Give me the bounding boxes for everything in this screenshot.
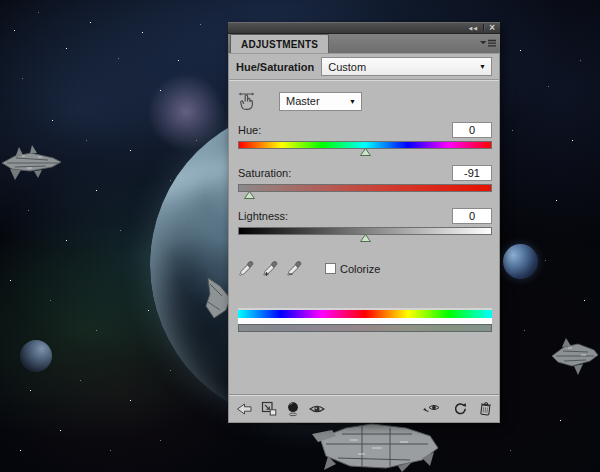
spectrum-before-bar <box>238 310 492 318</box>
chevron-down-icon: ▼ <box>479 63 486 70</box>
channel-dropdown[interactable]: Master ▼ <box>279 92 362 111</box>
photoshop-workspace: ◀◀ × ADJUSTMENTS Hue/Saturation Custom ▼ <box>0 0 600 472</box>
tab-adjustments[interactable]: ADJUSTMENTS <box>230 34 329 53</box>
panel-body: Hue/Saturation Custom ▼ Master ▼ <box>228 54 500 423</box>
spectrum-display <box>238 308 492 332</box>
expanded-view-icon[interactable] <box>261 401 277 416</box>
delete-trash-icon[interactable] <box>478 400 493 416</box>
visibility-eye-icon[interactable] <box>309 403 325 415</box>
chevron-down-icon: ▼ <box>349 98 356 105</box>
return-to-list-icon[interactable] <box>236 403 252 415</box>
close-icon[interactable]: × <box>484 22 500 33</box>
spectrum-after-bar <box>238 324 492 332</box>
saturation-slider[interactable] <box>238 184 492 192</box>
hue-slider-marker[interactable] <box>360 148 371 156</box>
saturation-input[interactable] <box>452 165 492 181</box>
star-field-dim <box>0 0 1 1</box>
hue-input[interactable] <box>452 122 492 138</box>
spaceship-bottom <box>302 420 446 472</box>
lightness-slider-marker[interactable] <box>360 234 371 242</box>
spaceship-left <box>0 136 66 194</box>
preset-value: Custom <box>328 61 366 73</box>
previous-state-eye-icon[interactable] <box>422 402 441 415</box>
panel-toolbar <box>229 394 499 422</box>
small-planet <box>20 340 52 372</box>
colorize-label: Colorize <box>340 263 380 275</box>
preset-dropdown[interactable]: Custom ▼ <box>321 57 492 76</box>
collapse-to-icons-icon[interactable]: ◀◀ <box>463 22 483 33</box>
channel-value: Master <box>286 95 320 107</box>
on-image-adjustment-icon[interactable] <box>237 90 259 112</box>
panel-tab-bar: ADJUSTMENTS <box>228 34 500 54</box>
lightness-input[interactable] <box>452 208 492 224</box>
eyedropper-plus-icon[interactable] <box>262 260 279 277</box>
clip-sphere-icon[interactable] <box>286 401 300 417</box>
saturation-label: Saturation: <box>238 167 291 179</box>
divider <box>229 79 499 81</box>
saturation-slider-marker[interactable] <box>244 191 255 199</box>
eyedropper-icon[interactable] <box>238 260 255 277</box>
eyedropper-minus-icon[interactable] <box>286 260 303 277</box>
lightness-label: Lightness: <box>238 210 288 222</box>
spaceship-right <box>548 328 600 382</box>
small-moon <box>503 244 538 279</box>
colorize-checkbox[interactable] <box>325 263 336 274</box>
reset-icon[interactable] <box>453 402 467 416</box>
adjustments-panel: ◀◀ × ADJUSTMENTS Hue/Saturation Custom ▼ <box>228 22 500 422</box>
panel-menu-icon[interactable] <box>480 39 496 48</box>
adjustment-title: Hue/Saturation <box>236 61 314 73</box>
panel-titlebar: ◀◀ × <box>228 22 500 34</box>
hue-label: Hue: <box>238 124 261 136</box>
